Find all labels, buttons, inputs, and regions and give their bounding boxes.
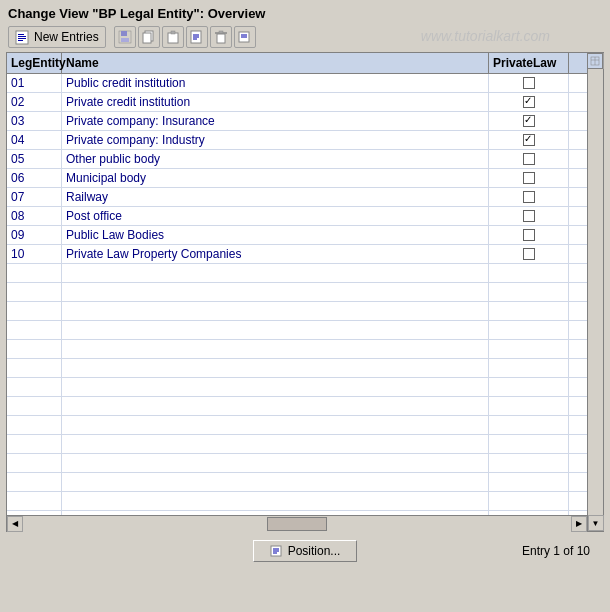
- scroll-left-button[interactable]: ◀: [7, 516, 23, 532]
- scroll-right-button[interactable]: ▶: [571, 516, 587, 532]
- cell-leg-entity: 02: [7, 93, 62, 111]
- empty-cell: [489, 321, 569, 339]
- svg-rect-1: [18, 34, 24, 35]
- table-row[interactable]: 01Public credit institution: [7, 74, 587, 93]
- empty-cell: [569, 359, 587, 377]
- new-entries-icon: [15, 29, 31, 45]
- table-row[interactable]: 10Private Law Property Companies: [7, 245, 587, 264]
- entry-count: Entry 1 of 10: [522, 544, 590, 558]
- empty-cell: [7, 283, 62, 301]
- checkbox[interactable]: [523, 172, 535, 184]
- empty-cell: [489, 302, 569, 320]
- scroll-h-thumb[interactable]: [267, 517, 327, 531]
- col-header-name: Name: [62, 53, 489, 73]
- watermark: www.tutorialkart.com: [421, 28, 550, 44]
- empty-cell: [62, 435, 489, 453]
- checkbox[interactable]: [523, 191, 535, 203]
- empty-cell: [62, 416, 489, 434]
- position-icon: [270, 544, 284, 558]
- col-header-leg-entity: LegEntity: [7, 53, 62, 73]
- empty-cell: [489, 283, 569, 301]
- checkbox[interactable]: [523, 134, 535, 146]
- cell-name: Railway: [62, 188, 489, 206]
- copy-button[interactable]: [138, 26, 160, 48]
- cell-private-law: [489, 226, 569, 244]
- col-header-scroll-placeholder: [569, 53, 587, 73]
- cell-name: Post office: [62, 207, 489, 225]
- checkbox[interactable]: [523, 153, 535, 165]
- checkbox[interactable]: [523, 229, 535, 241]
- cell-spacer: [569, 131, 587, 149]
- cell-leg-entity: 07: [7, 188, 62, 206]
- cell-leg-entity: 01: [7, 74, 62, 92]
- checkbox[interactable]: [523, 210, 535, 222]
- cell-name: Private Law Property Companies: [62, 245, 489, 263]
- svg-rect-18: [219, 31, 223, 33]
- cell-name: Municipal body: [62, 169, 489, 187]
- paste-button[interactable]: [186, 26, 208, 48]
- empty-cell: [569, 283, 587, 301]
- table-row[interactable]: 03Private company: Insurance: [7, 112, 587, 131]
- cell-name: Public Law Bodies: [62, 226, 489, 244]
- clipboard-button[interactable]: [162, 26, 184, 48]
- empty-row: [7, 302, 587, 321]
- table-row[interactable]: 09Public Law Bodies: [7, 226, 587, 245]
- cell-private-law: [489, 150, 569, 168]
- empty-cell: [7, 302, 62, 320]
- empty-cell: [489, 378, 569, 396]
- table-row[interactable]: 06Municipal body: [7, 169, 587, 188]
- table-row[interactable]: 04Private company: Industry: [7, 131, 587, 150]
- svg-rect-11: [171, 31, 175, 34]
- cell-leg-entity: 03: [7, 112, 62, 130]
- empty-row: [7, 416, 587, 435]
- empty-cell: [489, 340, 569, 358]
- empty-cell: [62, 454, 489, 472]
- cell-leg-entity: 04: [7, 131, 62, 149]
- save-button[interactable]: [114, 26, 136, 48]
- table-settings-icon: [590, 56, 600, 66]
- cell-name: Private credit institution: [62, 93, 489, 111]
- checkbox[interactable]: [523, 115, 535, 127]
- empty-cell: [62, 283, 489, 301]
- cell-spacer: [569, 74, 587, 92]
- empty-row: [7, 283, 587, 302]
- table-row[interactable]: 05Other public body: [7, 150, 587, 169]
- empty-cell: [489, 454, 569, 472]
- horizontal-scrollbar[interactable]: ◀ ▶: [7, 515, 587, 531]
- empty-cell: [489, 492, 569, 510]
- empty-cell: [7, 340, 62, 358]
- empty-cell: [62, 302, 489, 320]
- checkbox[interactable]: [523, 77, 535, 89]
- scroll-down-button[interactable]: ▼: [588, 515, 604, 531]
- save-icon: [118, 30, 132, 44]
- empty-cell: [489, 264, 569, 282]
- table-row[interactable]: 07Railway: [7, 188, 587, 207]
- extra-icon: [238, 30, 252, 44]
- extra-button[interactable]: [234, 26, 256, 48]
- cell-spacer: [569, 169, 587, 187]
- page-title: Change View "BP Legal Entity": Overview: [8, 6, 265, 21]
- bottom-bar: Position... Entry 1 of 10: [0, 532, 610, 570]
- cell-private-law: [489, 207, 569, 225]
- empty-row: [7, 492, 587, 511]
- checkbox[interactable]: [523, 96, 535, 108]
- cell-leg-entity: 06: [7, 169, 62, 187]
- scroll-track: [23, 516, 571, 532]
- empty-cell: [569, 435, 587, 453]
- vertical-scrollbar[interactable]: ▲ ▼: [587, 53, 603, 531]
- table-row[interactable]: 02Private credit institution: [7, 93, 587, 112]
- cell-spacer: [569, 188, 587, 206]
- cell-private-law: [489, 112, 569, 130]
- empty-row: [7, 473, 587, 492]
- cell-spacer: [569, 93, 587, 111]
- table-row[interactable]: 08Post office: [7, 207, 587, 226]
- checkbox[interactable]: [523, 248, 535, 260]
- delete-button[interactable]: [210, 26, 232, 48]
- cell-spacer: [569, 245, 587, 263]
- empty-row: [7, 378, 587, 397]
- position-button[interactable]: Position...: [253, 540, 358, 562]
- cell-private-law: [489, 188, 569, 206]
- new-entries-button[interactable]: New Entries: [8, 26, 106, 48]
- clipboard-icon: [166, 30, 180, 44]
- empty-cell: [7, 454, 62, 472]
